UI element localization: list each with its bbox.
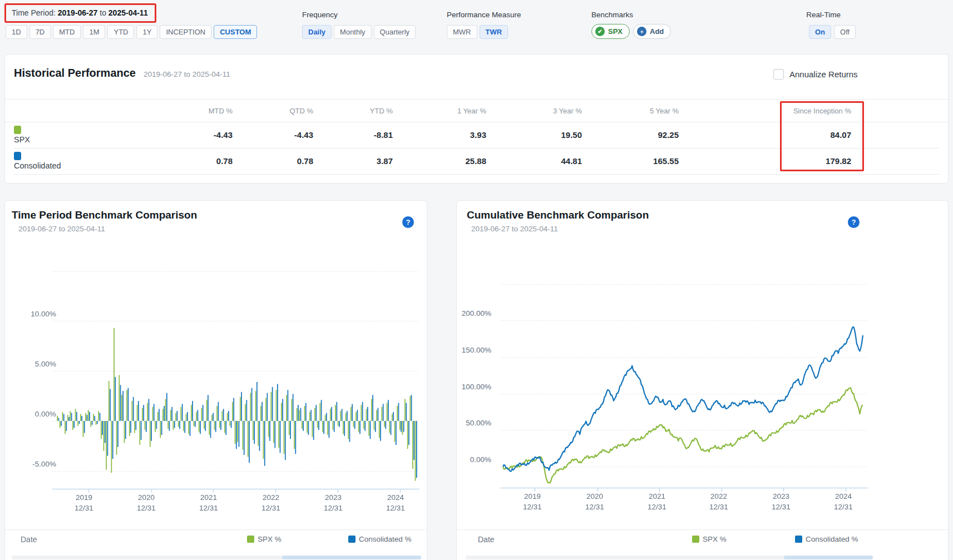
- page-title: Historical Performance: [14, 67, 136, 80]
- x-axis-tick: 202412/31: [376, 492, 415, 513]
- y-axis-tick: -5.00%: [16, 460, 56, 469]
- x-axis-label: Date: [478, 535, 495, 544]
- time-period-start: 2019-06-27: [58, 8, 98, 17]
- time-period-benchmark-card: Time Period Benchmark Comparison 2019-06…: [4, 200, 427, 560]
- annualize-returns-label: Annualize Returns: [789, 70, 858, 79]
- time-period-annotation-box: Time Period: 2019-06-27 to 2025-04-11: [4, 3, 156, 23]
- row-label-consolidated: Consolidated: [14, 161, 180, 170]
- chart-scrollbar-thumb[interactable]: [784, 556, 873, 559]
- spx-3year: 19.50: [486, 130, 582, 140]
- legend-item-consolidated[interactable]: Consolidated %: [795, 535, 858, 543]
- y-axis-tick: 150.00%: [457, 346, 491, 355]
- y-axis-tick: 10.00%: [16, 310, 56, 319]
- x-axis-tick: 202312/31: [314, 492, 353, 513]
- period-button-1y[interactable]: 1Y: [136, 25, 157, 39]
- consolidated-5year: 165.55: [582, 156, 679, 166]
- period-button-7d[interactable]: 7D: [29, 25, 51, 39]
- y-axis-tick: 100.00%: [457, 383, 491, 392]
- spx-mtd: -4.43: [180, 130, 233, 140]
- consolidated-1year: 25.88: [393, 156, 486, 166]
- legend-item-consolidated[interactable]: Consolidated %: [348, 535, 412, 543]
- benchmark-add-button[interactable]: ＋ Add: [633, 24, 671, 39]
- x-axis-tick: 202012/31: [127, 492, 166, 513]
- legend-swatch-spx: [692, 536, 699, 543]
- consolidated-ytd: 3.87: [313, 156, 393, 166]
- column-header-since-inception: Since Inception %: [679, 107, 851, 115]
- plus-icon: ＋: [637, 27, 646, 36]
- table-divider-bottom: [14, 174, 939, 175]
- x-axis-label: Date: [21, 535, 37, 544]
- realtime-button-on[interactable]: On: [809, 25, 831, 39]
- period-button-mtd[interactable]: MTD: [53, 25, 81, 39]
- spx-color-swatch: [14, 126, 21, 134]
- x-axis-tick: 202212/31: [699, 491, 738, 512]
- performance-subtitle: 2019-06-27 to 2025-04-11: [144, 70, 230, 78]
- benchmarks-label: Benchmarks: [591, 11, 633, 19]
- column-header-ytd: YTD %: [313, 107, 393, 115]
- benchmark-pill-spx[interactable]: ✔ SPX: [591, 24, 630, 39]
- column-header-5year: 5 Year %: [582, 107, 679, 115]
- consolidated-color-swatch: [14, 152, 21, 160]
- time-period-bar-chart[interactable]: [52, 259, 419, 495]
- table-row: Consolidated 0.78 0.78 3.87 25.88 44.81 …: [5, 148, 948, 174]
- x-axis-tick: 201912/31: [513, 491, 552, 512]
- historical-performance-card: Historical Performance 2019-06-27 to 202…: [4, 54, 949, 184]
- help-icon[interactable]: ?: [402, 216, 414, 228]
- frequency-button-monthly[interactable]: Monthly: [334, 25, 372, 39]
- consolidated-since-inception: 179.82: [679, 156, 851, 166]
- measure-button-mwr[interactable]: MWR: [447, 25, 477, 39]
- x-axis-tick: 202112/31: [189, 492, 228, 513]
- annualize-returns-checkbox[interactable]: [773, 69, 784, 80]
- left-chart-subtitle: 2019-06-27 to 2025-04-11: [18, 225, 105, 233]
- time-period-end: 2025-04-11: [108, 8, 148, 17]
- chart-scrollbar-thumb[interactable]: [282, 556, 421, 559]
- y-axis-tick: 5.00%: [16, 360, 56, 369]
- period-button-custom[interactable]: CUSTOM: [214, 25, 257, 39]
- benchmark-pill-spx-label: SPX: [608, 27, 623, 36]
- time-period-to: to: [100, 8, 106, 17]
- x-axis-tick: 202112/31: [638, 491, 677, 512]
- measure-button-twr[interactable]: TWR: [480, 25, 508, 39]
- row-label-spx: SPX: [14, 135, 180, 144]
- column-header-1year: 1 Year %: [393, 107, 486, 115]
- column-header-mtd: MTD %: [180, 107, 233, 115]
- left-chart-title: Time Period Benchmark Comparison: [12, 209, 197, 221]
- benchmark-add-label: Add: [650, 27, 664, 36]
- x-axis-tick: 202312/31: [762, 491, 801, 512]
- legend-item-spx[interactable]: SPX %: [692, 535, 727, 543]
- legend-divider: [5, 529, 427, 530]
- consolidated-3year: 44.81: [486, 156, 582, 166]
- toolbar: Time Period: 2019-06-27 to 2025-04-11 1D…: [0, 0, 953, 50]
- legend-item-spx[interactable]: SPX %: [247, 535, 282, 543]
- frequency-label: Frequency: [302, 11, 338, 19]
- spx-since-inception: 84.07: [679, 130, 851, 140]
- help-icon[interactable]: ?: [848, 216, 860, 228]
- period-button-1d[interactable]: 1D: [6, 25, 27, 39]
- frequency-button-daily[interactable]: Daily: [302, 25, 332, 39]
- table-row: SPX -4.43 -4.43 -8.81 3.93 19.50 92.25 8…: [5, 122, 948, 148]
- spx-5year: 92.25: [582, 130, 679, 140]
- x-axis-tick: 202412/31: [824, 491, 863, 512]
- frequency-button-quarterly[interactable]: Quarterly: [374, 25, 416, 39]
- x-axis-tick: 202212/31: [251, 492, 290, 513]
- cumulative-line-chart[interactable]: [501, 259, 868, 494]
- realtime-label: Real-Time: [768, 11, 841, 19]
- performance-measure-label: Performance Measure: [447, 11, 521, 19]
- period-button-inception[interactable]: INCEPTION: [160, 25, 211, 39]
- spx-qtd: -4.43: [233, 130, 313, 140]
- table-header-row: MTD % QTD % YTD % 1 Year % 3 Year % 5 Ye…: [5, 100, 948, 122]
- column-header-3year: 3 Year %: [486, 107, 582, 115]
- time-period-label: Time Period:: [12, 8, 56, 17]
- y-axis-tick: 0.00%: [16, 410, 56, 419]
- cumulative-benchmark-card: Cumulative Benchmark Comparison 2019-06-…: [456, 200, 949, 560]
- y-axis-tick: 50.00%: [457, 419, 491, 428]
- period-button-ytd[interactable]: YTD: [107, 25, 134, 39]
- check-icon: ✔: [595, 27, 605, 36]
- period-button-1m[interactable]: 1M: [83, 25, 105, 39]
- right-chart-subtitle: 2019-06-27 to 2025-04-11: [471, 225, 558, 233]
- legend-divider: [457, 529, 948, 530]
- legend-swatch-consolidated: [795, 536, 802, 543]
- x-axis-tick: 202012/31: [575, 491, 614, 512]
- spx-1year: 3.93: [393, 130, 486, 140]
- realtime-button-off[interactable]: Off: [834, 25, 856, 39]
